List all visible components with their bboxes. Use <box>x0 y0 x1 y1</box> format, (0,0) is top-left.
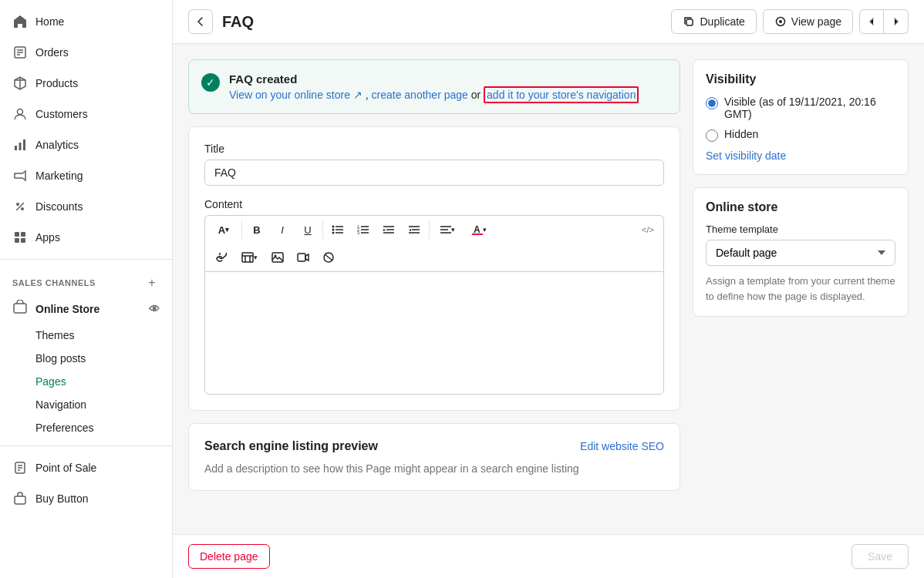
success-links: View on your online store ↗ , create ano… <box>229 89 639 101</box>
svg-rect-23 <box>686 19 693 25</box>
marketing-icon <box>12 168 28 183</box>
align-button[interactable]: ▾ <box>432 219 463 240</box>
sidebar-item-marketing[interactable]: Marketing <box>0 160 172 191</box>
eye-icon: 👁 <box>149 303 160 315</box>
divider2 <box>322 220 323 239</box>
seo-header: Search engine listing preview Edit websi… <box>204 439 664 453</box>
editor-toolbar-row2: ▾ <box>204 244 664 271</box>
theme-template-select[interactable]: Default page page.contact page.faq <box>706 240 895 266</box>
sidebar-item-online-store[interactable]: Online Store 👁 <box>0 294 172 324</box>
main-content: FAQ Duplicate View page <box>173 0 924 578</box>
hidden-label: Hidden <box>724 128 758 140</box>
underline-button[interactable]: U <box>295 219 320 240</box>
online-store-card-title: Online store <box>706 200 895 214</box>
apps-icon <box>12 230 28 245</box>
sidebar-item-analytics[interactable]: Analytics <box>0 129 172 160</box>
sidebar: Home Orders Products Customers Analytics <box>0 0 173 578</box>
link-button[interactable] <box>208 247 233 268</box>
sidebar-sub-blog-posts[interactable]: Blog posts <box>0 347 172 370</box>
svg-rect-8 <box>19 143 22 150</box>
discounts-icon <box>12 199 28 214</box>
back-button[interactable] <box>188 9 213 34</box>
editor-toolbar-row1: A ▾ B I U 1.2.3. <box>204 215 664 244</box>
divider3 <box>429 220 430 239</box>
sidebar-item-buy-button[interactable]: Buy Button <box>0 483 172 514</box>
svg-rect-14 <box>21 232 25 237</box>
analytics-icon <box>12 137 28 153</box>
svg-point-10 <box>16 203 19 206</box>
page-form-card: Title Content A ▾ B I U <box>188 126 680 411</box>
bullet-list-button[interactable] <box>325 219 350 240</box>
template-description: Assign a template from your current them… <box>706 274 895 304</box>
font-size-button[interactable]: A ▾ <box>208 219 239 240</box>
topbar: FAQ Duplicate View page <box>173 0 924 44</box>
sidebar-item-customers[interactable]: Customers <box>0 99 172 129</box>
left-column: ✓ FAQ created View on your online store … <box>188 59 680 519</box>
right-column: Visibility Visible (as of 19/11/2021, 20… <box>693 59 909 519</box>
svg-rect-7 <box>15 146 17 150</box>
text-color-button[interactable]: A ▾ <box>464 219 494 240</box>
visible-option[interactable]: Visible (as of 19/11/2021, 20:16 GMT) <box>706 96 895 120</box>
set-visibility-date-link[interactable]: Set visibility date <box>706 150 895 162</box>
svg-rect-16 <box>21 238 25 243</box>
svg-rect-9 <box>23 139 25 150</box>
title-label: Title <box>204 143 664 155</box>
online-store-icon <box>12 300 28 318</box>
sidebar-item-discounts[interactable]: Discounts <box>0 191 172 222</box>
svg-point-11 <box>21 207 24 210</box>
italic-button[interactable]: I <box>270 219 295 240</box>
content-editor[interactable] <box>204 271 664 395</box>
sidebar-item-products[interactable]: Products <box>0 68 172 99</box>
customers-icon <box>12 106 28 122</box>
code-view-button[interactable]: </> <box>636 219 660 240</box>
visible-radio[interactable] <box>706 97 718 109</box>
sidebar-sub-pages[interactable]: Pages <box>0 370 172 393</box>
sidebar-item-pos[interactable]: Point of Sale <box>0 452 172 483</box>
image-button[interactable] <box>265 247 290 268</box>
sidebar-sub-preferences[interactable]: Preferences <box>0 416 172 439</box>
pos-icon <box>12 460 28 476</box>
next-page-button[interactable] <box>884 9 909 34</box>
svg-line-57 <box>325 254 332 260</box>
topbar-left: FAQ <box>188 9 254 34</box>
video-button[interactable] <box>291 247 315 268</box>
table-button[interactable]: ▾ <box>234 247 265 268</box>
seo-description: Add a description to see how this Page m… <box>204 462 664 475</box>
sidebar-sub-themes[interactable]: Themes <box>0 324 172 347</box>
add-sales-channel-button[interactable]: + <box>144 275 160 291</box>
sidebar-item-apps[interactable]: Apps <box>0 222 172 253</box>
sidebar-item-home[interactable]: Home <box>0 6 172 37</box>
page-title: FAQ <box>222 13 254 31</box>
svg-rect-22 <box>15 496 25 504</box>
visibility-card: Visibility Visible (as of 19/11/2021, 20… <box>693 59 909 175</box>
delete-page-button[interactable]: Delete page <box>188 544 270 569</box>
success-title: FAQ created <box>229 72 639 86</box>
prev-page-button[interactable] <box>859 9 884 34</box>
svg-text:A: A <box>474 224 481 235</box>
sidebar-item-orders[interactable]: Orders <box>0 37 172 68</box>
numbered-list-button[interactable]: 1.2.3. <box>351 219 376 240</box>
edit-seo-link[interactable]: Edit website SEO <box>580 440 664 452</box>
clear-format-button[interactable] <box>316 247 341 268</box>
view-page-button[interactable]: View page <box>763 9 853 34</box>
create-another-page-link[interactable]: create another page <box>372 89 468 101</box>
divider <box>241 220 242 239</box>
duplicate-button[interactable]: Duplicate <box>671 9 756 34</box>
svg-rect-55 <box>298 254 305 261</box>
hidden-radio[interactable] <box>706 129 718 142</box>
online-store-card: Online store Theme template Default page… <box>693 187 909 317</box>
content-area: ✓ FAQ created View on your online store … <box>173 44 924 534</box>
svg-point-25 <box>779 20 782 23</box>
hidden-option[interactable]: Hidden <box>706 128 895 142</box>
save-button[interactable]: Save <box>851 544 909 569</box>
indent-decrease-button[interactable] <box>376 219 401 240</box>
add-to-navigation-link[interactable]: add it to your store's navigation <box>487 89 636 101</box>
indent-increase-button[interactable] <box>402 219 427 240</box>
sidebar-sub-navigation[interactable]: Navigation <box>0 393 172 416</box>
view-online-store-link[interactable]: View on your online store ↗ <box>229 89 363 101</box>
title-input[interactable] <box>204 160 664 186</box>
buy-button-icon <box>12 491 28 506</box>
bold-button[interactable]: B <box>244 219 269 240</box>
svg-rect-13 <box>15 232 19 237</box>
svg-rect-48 <box>472 234 483 235</box>
